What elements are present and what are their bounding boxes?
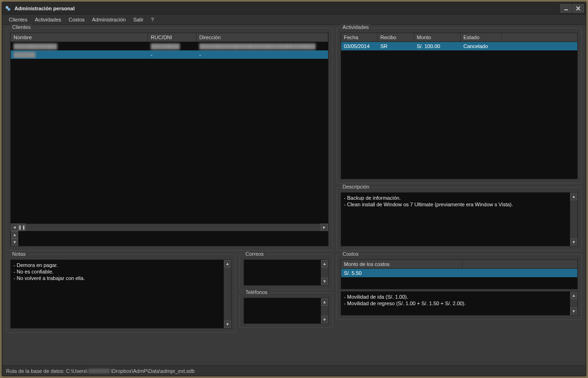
table-row[interactable]: ██████ - - (11, 50, 328, 59)
correos-label: Correos (244, 251, 266, 257)
descripcion-line: - Clean install de Window os 7 Ultimate … (344, 201, 574, 208)
app-icon (4, 5, 12, 12)
correos-textpane[interactable]: ▲ ▼ (244, 259, 329, 286)
scroll-up-icon[interactable]: ▲ (321, 260, 328, 267)
notas-line: - No es confiable. (14, 268, 228, 275)
descripcion-line: - Backup de información. (344, 195, 574, 201)
costos-group: Costos Monto de los costos S/. 5.50 (336, 254, 582, 320)
descripcion-label: Descripción (341, 184, 371, 189)
menu-help[interactable]: ? (147, 16, 157, 23)
scroll-down-icon[interactable]: ▼ (11, 238, 18, 246)
menu-bar: Clientes Actividades Costos Administraci… (2, 14, 586, 25)
table-row[interactable]: 03/05/2014 SR S/. 100.00 Cancelado (341, 42, 577, 50)
cell-recibo: SR (378, 42, 414, 50)
notas-line: - No volveré a trabajar con ella. (14, 275, 228, 281)
clientes-body[interactable]: ████████████ ████████ ██████████████████… (11, 42, 328, 224)
table-row[interactable]: ████████████ ████████ ██████████████████… (11, 42, 328, 50)
col-direccion[interactable]: Dirección (196, 33, 328, 42)
col-monto-costos[interactable]: Monto de los costos (341, 260, 462, 268)
scroll-down-icon[interactable]: ▼ (321, 278, 328, 285)
scroll-up-icon[interactable]: ▲ (570, 292, 577, 299)
clientes-header-row: Nombre RUC/DNI Dirección (11, 33, 328, 42)
window-title: Administración personal (14, 6, 75, 11)
clientes-group-label: Clientes (10, 24, 33, 30)
actividades-group: Actividades Fecha Recibo Monto Estado 0 (336, 28, 582, 183)
actividades-table[interactable]: Fecha Recibo Monto Estado 03/05/2014 SR … (341, 33, 578, 179)
cell-estado: Cancelado (461, 42, 502, 50)
actividades-header-row: Fecha Recibo Monto Estado (341, 33, 577, 42)
clientes-group: Clientes Nombre RUC/DNI Dirección ██████… (6, 28, 333, 251)
notas-line: - Demora en pagar. (14, 262, 228, 268)
menu-costos[interactable]: Costos (65, 16, 88, 23)
notas-label: Notas (10, 251, 28, 257)
telefonos-label: Teléfonos (244, 289, 269, 295)
cell-fecha: 03/05/2014 (341, 42, 378, 50)
scroll-up-icon[interactable]: ▲ (224, 260, 231, 267)
scroll-down-icon[interactable]: ▼ (570, 308, 577, 315)
close-button[interactable] (573, 4, 584, 13)
costos-detail-line: - Movilidad de regreso (S/. 1.00 + S/. 1… (344, 300, 574, 307)
costos-header-row: Monto de los costos (341, 260, 577, 269)
col-estado[interactable]: Estado (461, 33, 502, 42)
costos-detail-line: - Movilidad de ida (S/. 1.00). (344, 294, 574, 300)
col-recibo[interactable]: Recibo (378, 33, 414, 42)
descripcion-textpane[interactable]: - Backup de información. - Clean install… (341, 192, 578, 246)
app-window: Administración personal Clientes Activid… (2, 2, 586, 376)
descripcion-group: Descripción - Backup de información. - C… (336, 187, 582, 251)
scroll-left-icon[interactable]: ◄ (11, 224, 18, 231)
scroll-up-icon[interactable]: ▲ (321, 298, 328, 306)
status-bar: Ruta de la base de datos: C:\Users\\Drop… (2, 365, 586, 376)
scroll-left2-icon[interactable]: ❚❚ (18, 224, 26, 231)
costos-detail-textpane[interactable]: - Movilidad de ida (S/. 1.00). - Movilid… (341, 291, 578, 315)
telefonos-textpane[interactable]: ▲ ▼ (244, 298, 329, 324)
scroll-down-icon[interactable]: ▼ (321, 316, 328, 323)
menu-salir[interactable]: Salir (129, 16, 147, 23)
clientes-vscroll[interactable]: ▲ ▼ (11, 231, 18, 246)
actividades-group-label: Actividades (341, 24, 371, 30)
client-area: Clientes Nombre RUC/DNI Dirección ██████… (2, 25, 586, 365)
cell-direccion: ████████████████████████████████ (196, 42, 328, 50)
table-row[interactable]: S/. 5.50 (341, 269, 577, 277)
scroll-down-icon[interactable]: ▼ (570, 238, 577, 246)
scroll-up-icon[interactable]: ▲ (570, 193, 577, 200)
col-rucdni[interactable]: RUC/DNI (148, 33, 196, 42)
menu-actividades[interactable]: Actividades (31, 16, 65, 23)
cell-nombre: ████████████ (11, 42, 148, 50)
cell-monto-costos: S/. 5.50 (341, 269, 462, 277)
cell-direccion: - (196, 51, 328, 58)
costos-body[interactable]: S/. 5.50 (341, 269, 577, 289)
costos-table[interactable]: Monto de los costos S/. 5.50 (341, 259, 578, 289)
status-path-prefix: Ruta de la base de datos: C:\Users\ (6, 368, 87, 374)
actividades-body[interactable]: 03/05/2014 SR S/. 100.00 Cancelado (341, 42, 577, 179)
scroll-right-icon[interactable]: ► (321, 224, 328, 231)
costos-group-label: Costos (341, 251, 360, 257)
status-path-suffix: \Dropbox\AdmP\Data\admpr_ext.sdb (111, 368, 195, 374)
cell-nombre: ██████ (14, 52, 35, 57)
notas-textpane[interactable]: - Demora en pagar. - No es confiable. - … (10, 259, 231, 329)
col-nombre[interactable]: Nombre (11, 33, 148, 42)
cell-rucdni: - (148, 51, 196, 58)
scroll-up-icon[interactable]: ▲ (11, 231, 18, 238)
minimize-button[interactable] (560, 4, 572, 13)
clientes-hscroll[interactable]: ◄ ❚❚ ► (11, 224, 328, 231)
redacted-username (88, 369, 110, 373)
col-monto[interactable]: Monto (414, 33, 461, 42)
title-bar[interactable]: Administración personal (2, 2, 586, 14)
cell-monto: S/. 100.00 (414, 42, 461, 50)
menu-administracion[interactable]: Administración (88, 16, 129, 23)
cell-rucdni: ████████ (148, 42, 196, 50)
menu-clientes[interactable]: Clientes (5, 16, 31, 23)
svg-rect-2 (564, 9, 568, 10)
svg-point-1 (7, 8, 10, 11)
notas-group: Notas - Demora en pagar. - No es confiab… (6, 254, 236, 333)
scroll-down-icon[interactable]: ▼ (224, 321, 231, 328)
telefonos-group: Teléfonos ▲ ▼ (239, 293, 333, 328)
clientes-table[interactable]: Nombre RUC/DNI Dirección ████████████ ██… (10, 33, 329, 246)
correos-group: Correos ▲ ▼ (239, 254, 333, 290)
col-fecha[interactable]: Fecha (341, 33, 378, 42)
